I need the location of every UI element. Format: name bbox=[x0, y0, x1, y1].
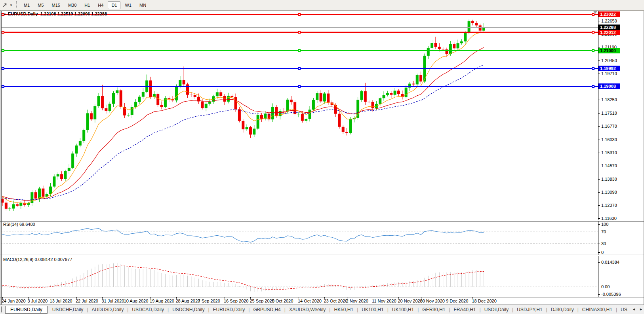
chart-tab-eurusd-daily[interactable]: EURUSD,Daily bbox=[5, 306, 48, 314]
axis-tick-mark bbox=[598, 21, 600, 21]
chart-shift-marker[interactable] bbox=[593, 11, 597, 14]
chart-tabs: EURUSD,DailyUSDCHF,Daily|AUDUSD,Daily|US… bbox=[4, 306, 631, 314]
line-price-badge-1.19992: 1.19992 bbox=[598, 66, 620, 71]
price-axis-label: 1.12370 bbox=[601, 203, 617, 208]
current-price-line bbox=[1, 27, 598, 28]
tab-scroll-left-icon[interactable]: ◄ bbox=[632, 307, 636, 311]
price-axis-label: 1.17510 bbox=[601, 111, 617, 115]
date-axis-label: 11 Nov 2020 bbox=[372, 299, 396, 303]
price-axis-label: 1.16030 bbox=[601, 137, 617, 142]
chart-tab-us[interactable]: US bbox=[617, 306, 631, 314]
line-handle[interactable] bbox=[298, 85, 301, 88]
axis-tick-mark bbox=[598, 61, 600, 61]
rsi-axis-label: 70 bbox=[601, 229, 606, 234]
timeframe-button-m15[interactable]: M15 bbox=[48, 1, 63, 9]
tab-scroll-right-icon[interactable]: ► bbox=[639, 307, 643, 311]
line-handle[interactable] bbox=[592, 85, 594, 88]
chart-title-caret[interactable]: ▼ bbox=[3, 13, 6, 16]
chart-tab-xauusd-weekly[interactable]: XAUUSD,Weekly bbox=[286, 306, 329, 314]
chart-tab-hk50-h1[interactable]: HK50,H1 bbox=[330, 306, 357, 314]
chart-tab-china300-h1[interactable]: CHINA300,H1 bbox=[579, 306, 616, 314]
macd-indicator-label: MACD(12,26,9) 0.008142 0.007977 bbox=[3, 257, 72, 262]
axis-tick-mark bbox=[598, 179, 600, 180]
tab-scroll-arrows: ◄ ► bbox=[630, 307, 643, 311]
date-axis-label: 16 Sep 2020 bbox=[224, 299, 248, 303]
axis-tick-mark bbox=[598, 244, 600, 244]
price-axis-label: 1.14570 bbox=[601, 163, 617, 168]
chart-tab-gbpusd-h4[interactable]: GBPUSD,H4 bbox=[250, 306, 284, 314]
axis-tick-mark bbox=[598, 153, 600, 153]
horizontal-line-1.19992[interactable] bbox=[1, 68, 598, 69]
axis-tick-mark bbox=[598, 252, 600, 253]
chart-tab-uk100-h1[interactable]: UK100,H1 bbox=[358, 306, 387, 314]
chart-tab-uk100-h1[interactable]: UK100,H1 bbox=[389, 306, 417, 314]
date-axis-label: 10 Aug 2020 bbox=[124, 299, 149, 303]
toolbar-dropdown-caret[interactable]: ▼ bbox=[10, 4, 13, 7]
axis-tick-mark bbox=[598, 166, 600, 166]
axis-tick-mark bbox=[598, 100, 600, 100]
line-handle[interactable] bbox=[298, 67, 301, 70]
line-handle[interactable] bbox=[2, 31, 4, 34]
line-handle[interactable] bbox=[298, 31, 301, 34]
rsi-panel-divider[interactable] bbox=[0, 220, 644, 221]
macd-axis-label: -0.005396 bbox=[601, 292, 621, 297]
date-axis-label: 31 Jul 2020 bbox=[101, 299, 124, 303]
timeframe-button-h4[interactable]: H4 bbox=[94, 1, 107, 9]
price-axis-label: 1.15310 bbox=[601, 150, 617, 155]
line-handle[interactable] bbox=[2, 49, 4, 52]
line-handle[interactable] bbox=[298, 13, 301, 16]
price-axis-line bbox=[598, 11, 598, 297]
tab-bar-grip[interactable] bbox=[1, 306, 2, 312]
timeframe-button-mn[interactable]: MN bbox=[136, 1, 150, 9]
chart-tab-audusd-daily[interactable]: AUDUSD,Daily bbox=[88, 306, 128, 314]
timeframe-button-m5[interactable]: M5 bbox=[34, 1, 47, 9]
line-price-badge-1.23022: 1.23022 bbox=[598, 11, 620, 17]
line-handle[interactable] bbox=[2, 67, 4, 70]
date-axis-label: 3 Jul 2020 bbox=[27, 299, 48, 303]
date-axis-label: 23 Oct 2020 bbox=[324, 299, 347, 303]
line-handle[interactable] bbox=[592, 67, 594, 70]
timeframe-button-d1[interactable]: D1 bbox=[108, 1, 120, 9]
crosshair-tool-icon bbox=[2, 2, 9, 8]
axis-tick-mark bbox=[598, 262, 600, 263]
axis-tick-mark bbox=[598, 232, 600, 232]
price-axis-label: 1.19710 bbox=[601, 71, 617, 76]
chart-tab-usdchf-daily[interactable]: USDCHF,Daily bbox=[49, 306, 87, 314]
date-axis-line bbox=[0, 297, 644, 297]
line-handle[interactable] bbox=[592, 49, 594, 52]
chart-tab-usdcnh-daily[interactable]: USDCNH,Daily bbox=[169, 306, 208, 314]
draw-tool-button[interactable]: ▼ bbox=[2, 2, 13, 8]
horizontal-line-1.19008[interactable] bbox=[1, 86, 598, 87]
axis-tick-mark bbox=[598, 218, 600, 219]
macd-axis-label: 0.00 bbox=[601, 284, 610, 289]
line-handle[interactable] bbox=[298, 49, 301, 52]
chart-tab-eurusd-daily[interactable]: EURUSD,Daily bbox=[210, 306, 249, 314]
chart-tab-fra40-h1[interactable]: FRA40,H1 bbox=[450, 306, 479, 314]
timeframe-buttons: M1M5M15M30H1H4D1W1MN bbox=[20, 1, 151, 9]
macd-panel-divider[interactable] bbox=[0, 255, 644, 256]
chart-tab-usdcad-daily[interactable]: USDCAD,Daily bbox=[128, 306, 168, 314]
toolbar-grip[interactable] bbox=[16, 1, 17, 9]
line-handle[interactable] bbox=[2, 85, 4, 88]
timeframe-button-m1[interactable]: M1 bbox=[20, 1, 33, 9]
axis-tick-mark bbox=[598, 74, 600, 74]
date-axis-label: 18 Dec 2020 bbox=[472, 299, 496, 303]
horizontal-line-1.21000[interactable] bbox=[1, 50, 598, 51]
axis-tick-mark bbox=[598, 294, 600, 295]
line-handle[interactable] bbox=[592, 31, 594, 34]
horizontal-line-1.22012[interactable] bbox=[1, 32, 598, 33]
chart-tab-usoil-daily[interactable]: USOil,Daily bbox=[481, 306, 512, 314]
rsi-indicator-label: RSI(14) 69.6480 bbox=[3, 222, 35, 227]
chart-tab-usdjpy-h1[interactable]: USDJPY,H1 bbox=[513, 306, 546, 314]
axis-tick-mark bbox=[598, 126, 600, 127]
date-axis-label: 20 Nov 2020 bbox=[398, 299, 422, 303]
chart-tab-ger30-h1[interactable]: GER30,H1 bbox=[419, 306, 449, 314]
price-chart-canvas[interactable] bbox=[0, 0, 644, 314]
timeframe-button-m30[interactable]: M30 bbox=[65, 1, 80, 9]
axis-tick-mark bbox=[598, 113, 600, 113]
line-price-badge-1.22012: 1.22012 bbox=[598, 30, 620, 35]
rsi-axis-label: 100 bbox=[601, 222, 608, 227]
timeframe-button-w1[interactable]: W1 bbox=[121, 1, 135, 9]
chart-tab-dj30-daily[interactable]: DJ30,Daily bbox=[547, 306, 577, 314]
timeframe-button-h1[interactable]: H1 bbox=[81, 1, 93, 9]
